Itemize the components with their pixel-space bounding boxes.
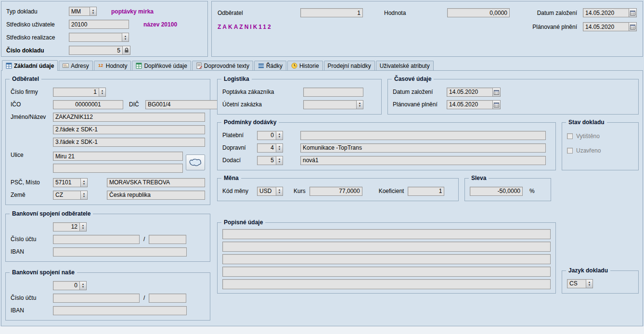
kod-banky-input[interactable]: [149, 294, 186, 303]
odberatel-number-input[interactable]: [300, 8, 363, 17]
platebni-text-input[interactable]: [300, 131, 546, 140]
zeme-nazev-input[interactable]: [107, 191, 205, 200]
uzavreno-checkbox[interactable]: [567, 148, 573, 154]
kod-banky-input[interactable]: [149, 235, 186, 244]
popisne-line-input[interactable]: [222, 279, 551, 289]
sleva-input[interactable]: [470, 187, 523, 196]
spinner-button[interactable]: ▲▼: [586, 279, 593, 288]
koeficient-input[interactable]: [408, 187, 444, 196]
tab-uzivatelske-atributy[interactable]: Uživatelské atributy: [376, 61, 434, 70]
dic-input[interactable]: [145, 100, 225, 109]
zakazka-input[interactable]: [303, 100, 357, 109]
calendar-button[interactable]: [629, 22, 637, 31]
field-row-cislo-dokladu: Číslo dokladu: [6, 44, 203, 57]
cislo-dokladu-input[interactable]: [69, 46, 123, 55]
uzavreno-label: Uzavřeno: [576, 147, 601, 154]
bank-poradi-input[interactable]: [53, 281, 80, 290]
spinner-button[interactable]: ▲▼: [357, 100, 363, 109]
tab-label: Historie: [299, 63, 319, 69]
popisne-line-input[interactable]: [222, 242, 551, 252]
datum-zalozeni-label: Datum založení: [510, 10, 583, 16]
jmeno-line3-input[interactable]: [53, 138, 205, 147]
tab-historie[interactable]: Historie: [287, 61, 323, 70]
spinner-button[interactable]: ▲▼: [99, 88, 106, 97]
spinner-button[interactable]: ▲▼: [81, 178, 88, 187]
field-row-jmeno-2: [11, 123, 205, 136]
spinner-button[interactable]: ▲▼: [276, 143, 283, 153]
misto-input[interactable]: [107, 178, 205, 187]
spinner-button[interactable]: ▲▼: [80, 281, 87, 290]
jmeno-line2-input[interactable]: [53, 125, 205, 134]
dopravni-text-input[interactable]: [300, 143, 546, 153]
calendar-button[interactable]: [493, 100, 501, 109]
cislo-firmy-input[interactable]: [53, 88, 99, 97]
ico-input[interactable]: [53, 100, 123, 109]
bank-odberatele-groupbox: Bankovní spojení odběratele ▲▼ Číslo účt…: [5, 214, 210, 262]
poptavka-input[interactable]: [303, 88, 363, 97]
stredisko-uzivatele-input[interactable]: [69, 20, 129, 29]
spinner-button[interactable]: ▲▼: [81, 191, 88, 200]
platebni-code-input[interactable]: [257, 131, 276, 140]
spinner-button[interactable]: ▲▼: [276, 131, 283, 140]
stredisko-uzivatele-label: Středisko uživatele: [6, 21, 69, 28]
bank-nase-groupbox: Bankovní spojení naše ▲▼ Číslo účtu / IB…: [5, 272, 210, 321]
spinner-button[interactable]: ▲▼: [80, 222, 87, 231]
field-row-jazyk: ▲▼: [567, 277, 633, 290]
tab-doplnkove-udaje[interactable]: Doplňkové údaje: [132, 61, 191, 70]
tab-radky[interactable]: Řádky: [254, 61, 286, 70]
bank-poradi-input[interactable]: [53, 222, 80, 231]
spinner-button[interactable]: ▲▼: [276, 187, 283, 196]
calendar-icon: [494, 102, 499, 107]
psc-input[interactable]: [53, 178, 81, 187]
jazyk-input[interactable]: [567, 279, 586, 288]
spinner-button[interactable]: ▲▼: [276, 156, 283, 165]
map-button[interactable]: [186, 154, 205, 170]
planovane-plneni-input[interactable]: [447, 100, 493, 109]
tab-adresy[interactable]: Adresy: [59, 61, 92, 70]
kod-meny-input[interactable]: [257, 187, 276, 196]
kod-meny-label: Kód měny: [222, 188, 257, 194]
zeme-input[interactable]: [53, 191, 81, 200]
planovane-plneni-input[interactable]: [583, 22, 629, 31]
spinner-button[interactable]: ▲▼: [122, 33, 129, 42]
header: Typ dokladu ▲▼ poptávky mirka Středisko …: [0, 0, 644, 57]
tab-prodejni-nabidky[interactable]: Prodejní nabídky: [324, 61, 375, 70]
calendar-button[interactable]: [493, 88, 501, 97]
iban-input[interactable]: [53, 306, 187, 315]
dodaci-code-input[interactable]: [257, 156, 276, 165]
popisne-line-input[interactable]: [222, 267, 551, 277]
datum-zalozeni-input[interactable]: [447, 88, 493, 97]
typ-dokladu-input[interactable]: [69, 7, 90, 16]
ulice-input[interactable]: [53, 152, 183, 161]
czech-map-icon: [189, 158, 202, 167]
cislo-uctu-input[interactable]: [53, 294, 140, 303]
popisne-line-input[interactable]: [222, 229, 551, 239]
tab-doprovodne-texty[interactable]: Doprovodné texty: [192, 61, 253, 70]
ulice-line2-input[interactable]: [53, 164, 183, 173]
stav-dokladu-groupbox: Stav dokladu Vytištěno Uzavřeno: [562, 122, 639, 170]
tab-zakladni-udaje[interactable]: Základní údaje: [2, 60, 58, 71]
field-row-typ-dokladu: Typ dokladu ▲▼ poptávky mirka: [6, 5, 203, 18]
platebni-label: Platební: [222, 132, 257, 139]
kurs-input[interactable]: [309, 187, 362, 196]
dodaci-combo: ▲▼: [257, 156, 283, 165]
spinner-button[interactable]: ▲▼: [90, 7, 97, 16]
stredisko-realizace-input[interactable]: [69, 33, 122, 42]
vytisteno-checkbox[interactable]: [567, 133, 573, 139]
jmeno-input[interactable]: [53, 113, 205, 122]
datum-zalozeni-field: [583, 8, 637, 17]
dopravni-code-input[interactable]: [257, 143, 276, 153]
lock-button[interactable]: [123, 46, 130, 55]
iban-input[interactable]: [53, 247, 187, 257]
hodnota-input[interactable]: [447, 8, 510, 17]
tab-hodnoty[interactable]: 12 Hodnoty: [94, 61, 131, 70]
popisne-line-input[interactable]: [222, 254, 551, 264]
left-column: Odběratel Číslo firmy ▲▼ IČO DIČ Jméno/N…: [5, 79, 210, 322]
typ-dokladu-note: poptávky mirka: [111, 8, 154, 15]
cislo-uctu-input[interactable]: [53, 235, 140, 244]
psc-label: PSČ, Místo: [11, 179, 53, 186]
calendar-button[interactable]: [629, 8, 637, 17]
dodaci-text-input[interactable]: [300, 156, 546, 165]
field-row-ico-dic: IČO DIČ: [11, 98, 205, 111]
datum-zalozeni-input[interactable]: [583, 8, 629, 17]
